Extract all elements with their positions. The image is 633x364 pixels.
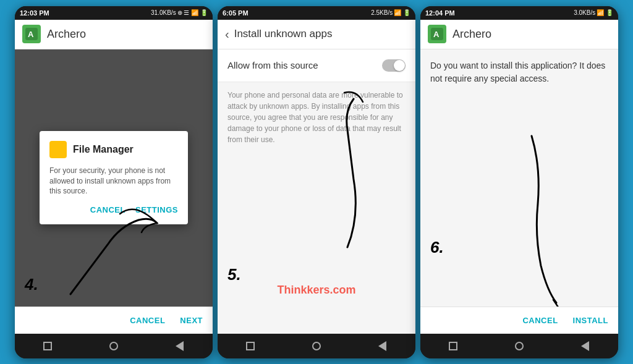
nav-bar-2 <box>218 334 415 358</box>
dialog-settings-button[interactable]: SETTINGS <box>135 205 178 214</box>
watermark: Thinkkers.com <box>218 284 415 297</box>
cancel-button-1[interactable]: CANCEL <box>130 316 165 325</box>
square-nav-3[interactable] <box>446 339 460 353</box>
status-bar-3: 12:04 PM 3.0KB/s 📶 🔋 <box>420 6 618 20</box>
app-icon-1: A <box>22 25 41 43</box>
app-bar-3: A Archero <box>420 20 618 49</box>
app-title-1: Archero <box>47 28 86 41</box>
phone-1: 12:03 PM 31.0KB/s ⊕ ☰ 📶 🔋 A Archero File… <box>15 6 213 358</box>
nav-bar-1 <box>15 334 213 358</box>
dialog-title: File Manager <box>73 144 134 155</box>
install-button[interactable]: INSTALL <box>573 316 608 325</box>
arrow-annotation-3 <box>420 87 618 307</box>
square-nav[interactable] <box>41 339 54 353</box>
circle-nav-2[interactable] <box>310 339 323 353</box>
settings-app-bar: ‹ Install unknown apps <box>218 20 415 49</box>
back-button[interactable]: ‹ <box>225 27 229 41</box>
install-screen: Do you want to install this application?… <box>420 49 618 307</box>
app-title-3: Archero <box>452 28 491 41</box>
cancel-button-3[interactable]: CANCEL <box>522 316 558 325</box>
settings-description: Your phone and personal data are more vu… <box>218 82 415 153</box>
dialog-cancel-button[interactable]: CANCEL <box>90 205 125 214</box>
nav-bar-3 <box>420 334 618 358</box>
settings-title: Install unknown apps <box>234 28 333 40</box>
app-bar-1: A Archero <box>15 20 213 49</box>
status-icons-1: 31.0KB/s ⊕ ☰ 📶 🔋 <box>151 9 208 16</box>
dialog-body: For your security, your phone is not all… <box>49 166 178 197</box>
back-nav-2[interactable] <box>376 339 389 353</box>
file-manager-icon <box>49 141 67 158</box>
bottom-actions-3: CANCEL INSTALL <box>420 307 618 334</box>
app-icon-3: A <box>428 25 446 43</box>
status-icons-3: 3.0KB/s 📶 🔋 <box>574 9 613 16</box>
step-4-label: 4. <box>25 275 38 294</box>
step-6-label: 6. <box>430 238 444 257</box>
time-1: 12:03 PM <box>20 9 49 17</box>
phone-3: 12:04 PM 3.0KB/s 📶 🔋 A Archero Do you wa… <box>420 6 618 358</box>
dialog-header: File Manager <box>49 141 178 158</box>
allow-toggle[interactable] <box>382 59 406 72</box>
screen-1: File Manager For your security, your pho… <box>15 49 213 307</box>
bottom-actions-1: CANCEL NEXT <box>15 307 213 334</box>
phone-2: 6:05 PM 2.5KB/s 📶 🔋 ‹ Install unknown ap… <box>218 6 415 358</box>
install-question: Do you want to install this application?… <box>430 59 608 85</box>
time-3: 12:04 PM <box>425 9 455 17</box>
circle-nav[interactable] <box>107 339 121 353</box>
next-button-1[interactable]: NEXT <box>180 316 203 325</box>
settings-screen: Allow from this source Your phone and pe… <box>218 49 415 334</box>
status-icons-2: 2.5KB/s 📶 🔋 <box>371 9 410 16</box>
dialog-box: File Manager For your security, your pho… <box>40 131 188 224</box>
time-2: 6:05 PM <box>223 9 249 17</box>
toggle-label: Allow from this source <box>227 60 318 70</box>
status-bar-2: 6:05 PM 2.5KB/s 📶 🔋 <box>218 6 415 20</box>
circle-nav-3[interactable] <box>512 339 526 353</box>
svg-text:A: A <box>433 30 440 39</box>
back-nav-3[interactable] <box>579 339 592 353</box>
back-nav[interactable] <box>173 339 187 353</box>
square-nav-2[interactable] <box>244 339 257 353</box>
status-bar-1: 12:03 PM 31.0KB/s ⊕ ☰ 📶 🔋 <box>15 6 213 20</box>
dialog-actions: CANCEL SETTINGS <box>49 205 178 214</box>
dialog-overlay: File Manager For your security, your pho… <box>15 49 213 307</box>
step-5-label: 5. <box>227 265 241 284</box>
toggle-row: Allow from this source <box>218 49 415 82</box>
svg-text:A: A <box>28 30 34 39</box>
